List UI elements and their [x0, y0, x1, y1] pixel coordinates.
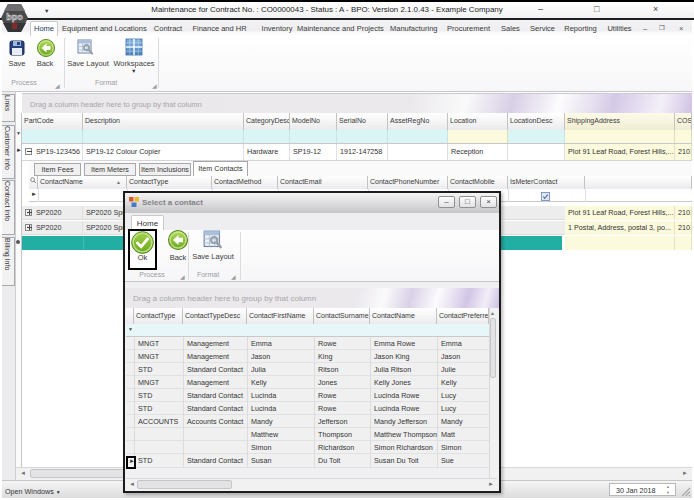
svg-text:bpo: bpo — [6, 12, 23, 22]
